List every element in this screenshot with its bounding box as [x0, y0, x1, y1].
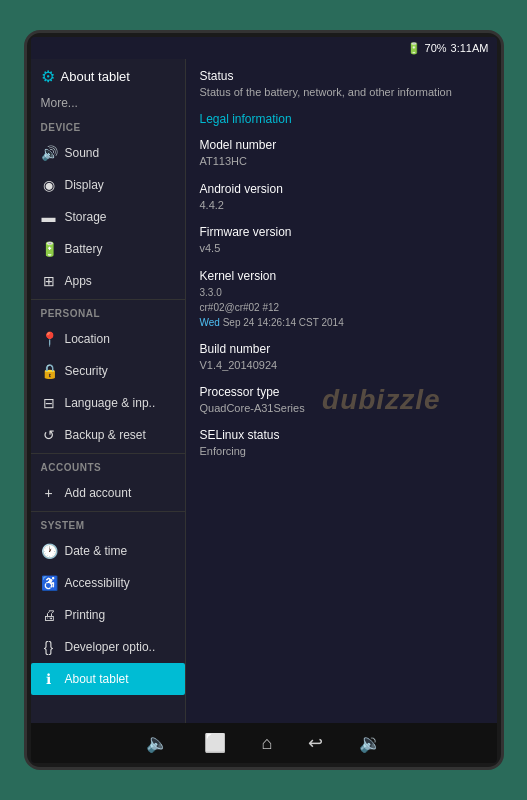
tablet-frame: 🔋 70% 3:11AM ⚙ About tablet More... DEVI…: [24, 30, 504, 770]
firmware-value: v4.5: [200, 241, 483, 256]
status-bar-right: 🔋 70% 3:11AM: [407, 42, 489, 55]
sidebar-item-sound[interactable]: 🔊 Sound: [31, 137, 185, 169]
about-label: About tablet: [65, 672, 129, 686]
storage-label: Storage: [65, 210, 107, 224]
divider-3: [31, 511, 185, 512]
clock: 3:11AM: [451, 42, 489, 54]
selinux-label: SELinux status: [200, 428, 483, 442]
processor-label: Processor type: [200, 385, 483, 399]
volume-down-icon[interactable]: 🔈: [146, 732, 168, 754]
battery-menu-icon: 🔋: [41, 241, 57, 257]
sidebar-header: ⚙ About tablet: [31, 59, 185, 94]
info-row-firmware: Firmware version v4.5: [200, 225, 483, 256]
info-row-selinux: SELinux status Enforcing: [200, 428, 483, 459]
language-icon: ⊟: [41, 395, 57, 411]
sidebar-item-apps[interactable]: ⊞ Apps: [31, 265, 185, 297]
build-label: Build number: [200, 342, 483, 356]
add-account-label: Add account: [65, 486, 132, 500]
apps-icon: ⊞: [41, 273, 57, 289]
date-icon: 🕐: [41, 543, 57, 559]
sidebar-item-storage[interactable]: ▬ Storage: [31, 201, 185, 233]
section-personal: PERSONAL: [31, 302, 185, 323]
home-icon[interactable]: ⌂: [262, 733, 273, 754]
sound-label: Sound: [65, 146, 100, 160]
sidebar-item-display[interactable]: ◉ Display: [31, 169, 185, 201]
battery-level: 70%: [425, 42, 447, 54]
apps-label: Apps: [65, 274, 92, 288]
screen: 🔋 70% 3:11AM ⚙ About tablet More... DEVI…: [31, 37, 497, 763]
developer-label: Developer optio..: [65, 640, 156, 654]
build-value: V1.4_20140924: [200, 358, 483, 373]
sidebar-item-date[interactable]: 🕐 Date & time: [31, 535, 185, 567]
section-accounts: ACCOUNTS: [31, 456, 185, 477]
status-label: Status: [200, 69, 483, 83]
add-account-icon: +: [41, 485, 57, 501]
model-value: AT113HC: [200, 154, 483, 169]
divider-2: [31, 453, 185, 454]
display-label: Display: [65, 178, 104, 192]
info-row-legal[interactable]: Legal information: [200, 112, 483, 126]
legal-label: Legal information: [200, 112, 483, 126]
storage-icon: ▬: [41, 209, 57, 225]
section-system: SYSTEM: [31, 514, 185, 535]
location-icon: 📍: [41, 331, 57, 347]
status-value: Status of the battery, network, and othe…: [200, 85, 483, 100]
info-row-model: Model number AT113HC: [200, 138, 483, 169]
info-row-build: Build number V1.4_20140924: [200, 342, 483, 373]
kernel-build: cr#02@cr#02 #12: [200, 302, 280, 313]
more-link[interactable]: More...: [31, 94, 185, 116]
kernel-label: Kernel version: [200, 269, 483, 283]
sidebar-item-language[interactable]: ⊟ Language & inp..: [31, 387, 185, 419]
volume-up-icon[interactable]: 🔉: [359, 732, 381, 754]
status-bar: 🔋 70% 3:11AM: [31, 37, 497, 59]
sidebar-item-battery[interactable]: 🔋 Battery: [31, 233, 185, 265]
display-icon: ◉: [41, 177, 57, 193]
printing-label: Printing: [65, 608, 106, 622]
kernel-date-rest: Sep 24 14:26:14 CST 2014: [220, 317, 344, 328]
android-value: 4.4.2: [200, 198, 483, 213]
security-label: Security: [65, 364, 108, 378]
location-label: Location: [65, 332, 110, 346]
sidebar-item-accessibility[interactable]: ♿ Accessibility: [31, 567, 185, 599]
sidebar-item-backup[interactable]: ↺ Backup & reset: [31, 419, 185, 451]
sidebar-item-printing[interactable]: 🖨 Printing: [31, 599, 185, 631]
battery-label: Battery: [65, 242, 103, 256]
recent-apps-icon[interactable]: ⬜: [204, 732, 226, 754]
accessibility-label: Accessibility: [65, 576, 130, 590]
printing-icon: 🖨: [41, 607, 57, 623]
info-row-kernel: Kernel version 3.3.0 cr#02@cr#02 #12 Wed…: [200, 269, 483, 330]
processor-value: QuadCore-A31Series: [200, 401, 483, 416]
info-row-android: Android version 4.4.2: [200, 182, 483, 213]
accessibility-icon: ♿: [41, 575, 57, 591]
info-row-status: Status Status of the battery, network, a…: [200, 69, 483, 100]
gear-icon: ⚙: [41, 67, 55, 86]
back-icon[interactable]: ↩: [308, 732, 323, 754]
backup-label: Backup & reset: [65, 428, 146, 442]
divider-1: [31, 299, 185, 300]
main-content: ⚙ About tablet More... DEVICE 🔊 Sound ◉ …: [31, 59, 497, 723]
date-label: Date & time: [65, 544, 128, 558]
content-panel: Status Status of the battery, network, a…: [186, 59, 497, 723]
sidebar-item-add-account[interactable]: + Add account: [31, 477, 185, 509]
developer-icon: {}: [41, 639, 57, 655]
section-device: DEVICE: [31, 116, 185, 137]
sidebar-item-location[interactable]: 📍 Location: [31, 323, 185, 355]
sidebar-item-about[interactable]: ℹ About tablet: [31, 663, 185, 695]
kernel-date: Wed: [200, 317, 220, 328]
about-icon: ℹ: [41, 671, 57, 687]
security-icon: 🔒: [41, 363, 57, 379]
model-label: Model number: [200, 138, 483, 152]
nav-bar: 🔈 ⬜ ⌂ ↩ 🔉: [31, 723, 497, 763]
sidebar: ⚙ About tablet More... DEVICE 🔊 Sound ◉ …: [31, 59, 186, 723]
firmware-label: Firmware version: [200, 225, 483, 239]
battery-icon: 🔋: [407, 42, 421, 55]
sidebar-title: About tablet: [61, 69, 130, 84]
sound-icon: 🔊: [41, 145, 57, 161]
sidebar-item-security[interactable]: 🔒 Security: [31, 355, 185, 387]
kernel-version-num: 3.3.0: [200, 287, 222, 298]
sidebar-item-developer[interactable]: {} Developer optio..: [31, 631, 185, 663]
info-row-processor: Processor type QuadCore-A31Series: [200, 385, 483, 416]
selinux-value: Enforcing: [200, 444, 483, 459]
kernel-version: 3.3.0 cr#02@cr#02 #12 Wed Sep 24 14:26:1…: [200, 285, 483, 330]
android-label: Android version: [200, 182, 483, 196]
